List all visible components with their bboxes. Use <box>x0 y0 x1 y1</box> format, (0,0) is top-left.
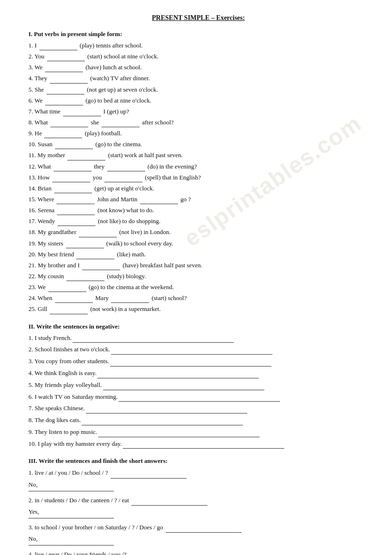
answer-blank <box>97 378 259 378</box>
answer-blank <box>28 518 114 518</box>
list-item: 2. in / students / Do / the canteen / ? … <box>28 495 368 506</box>
page-title: PRESENT SIMPLE – Exercises: <box>28 14 368 22</box>
answer-blank <box>28 545 114 546</box>
blank <box>44 138 82 138</box>
answer-blank <box>82 425 243 425</box>
list-item: 4. They (watch) TV after dinner. <box>28 74 368 83</box>
answer-blank <box>28 491 114 491</box>
list-item: 16. Serena (not know) what to do. <box>28 206 368 215</box>
list-item: 6. We (go) to bed at nine o'clock. <box>28 96 368 105</box>
list-item: 23. We (go) to the cinema at the weekend… <box>28 282 368 292</box>
blank <box>55 302 93 303</box>
list-item: 1. I (play) tennis after school. <box>28 41 368 50</box>
blank <box>56 204 94 204</box>
blank <box>63 116 101 116</box>
section3-title: III. Write the sentences and finish the … <box>28 457 368 465</box>
section1-list: 1. I (play) tennis after school. 2. You … <box>28 41 368 314</box>
list-item: 5. She (not get up) at seven o'clock. <box>28 85 368 94</box>
list-item: 19. My sisters (walk) to school every da… <box>28 239 368 248</box>
blank <box>67 160 105 160</box>
section1-title: I. Put verbs in present simple form: <box>28 30 368 38</box>
answer-blank <box>110 366 271 367</box>
blank <box>76 259 114 259</box>
list-item: 2. You (start) school at nine o'clock. <box>28 52 368 61</box>
list-item: 10. Susan (go) to the cinema. <box>28 140 368 149</box>
list-item: 5. My friends play volleyball. <box>28 380 368 390</box>
blank <box>47 94 84 94</box>
blank <box>66 248 104 248</box>
list-item: 13. How you (spell) that in English? <box>28 173 368 182</box>
list-item: 8. The dog likes cats. <box>28 415 368 425</box>
list-item: 17. Wendy (not like) to do shopping. <box>28 216 368 226</box>
list-item: No, <box>28 480 368 491</box>
list-item: 25. Gill (not work) in a supermarket. <box>28 304 368 314</box>
blank <box>52 182 90 182</box>
list-item: 7. She speaks Chinese. <box>28 404 368 414</box>
list-item: 24. When Mary (start) school? <box>28 293 368 303</box>
answer-blank <box>73 342 234 343</box>
blank <box>50 83 88 84</box>
blank <box>50 127 88 127</box>
list-item: 7. What time I (get) up? <box>28 107 368 116</box>
answer-blank <box>111 478 187 479</box>
blank <box>47 61 85 61</box>
blank <box>54 193 92 193</box>
list-item: 20. My best friend (like) math. <box>28 250 368 259</box>
list-item: 1. live / at / you / Do / school / ? <box>28 468 368 478</box>
answer-blank <box>86 413 247 414</box>
answer-blank <box>166 532 242 533</box>
blank <box>55 149 93 149</box>
list-item: 4. We think English is easy. <box>28 368 368 378</box>
blank <box>140 204 178 204</box>
list-item: 3. to school / your brother / on Saturda… <box>28 522 368 533</box>
blank <box>39 50 77 50</box>
blank <box>57 226 95 226</box>
list-item: 3. We (have) lunch at school. <box>28 63 368 72</box>
answer-blank <box>111 354 272 355</box>
list-item: 1. I study French. <box>28 333 368 343</box>
list-item: 6. I watch TV on Saturday morning. <box>28 392 368 402</box>
answer-blank <box>119 401 280 402</box>
list-item: No, <box>28 534 368 546</box>
list-item: 10. I play with my hamster every day. <box>28 439 368 449</box>
section2-title: II. Write the sentences in negative: <box>28 323 368 330</box>
list-item: 11. My mother (start) work at half past … <box>28 151 368 160</box>
blank <box>111 302 149 303</box>
blank <box>54 171 92 171</box>
answer-blank <box>131 505 207 506</box>
list-item: 21. My brother and I (have) breakfast ha… <box>28 261 368 270</box>
list-item: 14. Brian (get) up at eight o'clock. <box>28 184 368 193</box>
list-item: 9. He (play) football. <box>28 129 368 138</box>
blank <box>107 171 145 171</box>
list-item: 2. School finishes at two o'clock. <box>28 345 368 355</box>
blank <box>45 105 83 105</box>
blank <box>48 292 86 292</box>
blank <box>104 182 142 182</box>
list-item: 4. live / near / Do / your friends / you… <box>28 549 368 555</box>
blank <box>102 127 140 127</box>
blank <box>66 281 104 281</box>
list-item: 9. They listen to pop music. <box>28 427 368 437</box>
list-item: 22. My cousin (study) biology. <box>28 272 368 281</box>
list-item: 18. My grandfather (not live) in London. <box>28 227 368 237</box>
list-item: 12. What they (do) in the evening? <box>28 162 368 171</box>
answer-blank <box>103 390 264 390</box>
list-item: Yes, <box>28 507 368 518</box>
blank <box>57 215 95 215</box>
list-item: 3. You copy from other students. <box>28 357 368 367</box>
answer-blank <box>98 437 260 437</box>
list-item: 8. What she after school? <box>28 118 368 127</box>
answer-blank <box>123 448 284 449</box>
blank <box>50 314 88 314</box>
list-item: 15. Where John and Martin go ? <box>28 195 368 204</box>
section3-list: 1. live / at / you / Do / school / ? No,… <box>28 468 368 555</box>
section2-list: 1. I study French. 2. School finishes at… <box>28 333 368 449</box>
blank <box>82 270 120 270</box>
blank <box>45 72 83 72</box>
blank <box>79 237 117 237</box>
